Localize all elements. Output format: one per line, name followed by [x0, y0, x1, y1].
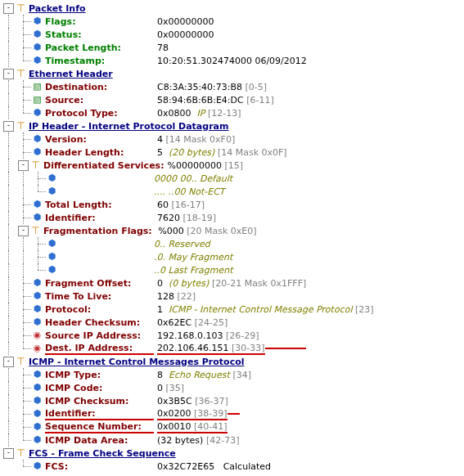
bit-pattern: 0.. [154, 239, 165, 249]
field-value: 10:20:51.302474000 06/09/2012 [157, 56, 307, 66]
field-label: ICMP Type: [45, 370, 154, 380]
field-label: Identifier: [45, 213, 154, 223]
field-decoded: (20 bytes) [169, 147, 214, 158]
struct-icon: ⊤ [29, 159, 42, 172]
field-offset: [18-19] [183, 213, 217, 223]
section-fcs[interactable]: - ⊤ FCS - Frame Check Sequence [2, 447, 464, 460]
field-offset: [20-21 Mask 0x1FFF] [212, 278, 306, 289]
collapse-icon[interactable]: - [3, 3, 14, 14]
field-ip-protocol[interactable]: ⬢ Protocol: 1 ICMP - Internet Control Me… [2, 303, 464, 316]
section-title: ICMP - Internet Control Messages Protoco… [29, 357, 245, 367]
field-ip-fragflags-bit2[interactable]: ⬢ ..0 Last Fragment [2, 263, 464, 276]
field-packet-length[interactable]: ⬢ Packet Length: 78 [2, 41, 464, 54]
field-decoded: (0 bytes) [169, 278, 209, 289]
nic-icon: ▧ [31, 93, 43, 106]
field-offset: [30-33] [232, 343, 265, 355]
field-value: 0x0800 [157, 108, 191, 119]
field-offset: [24-25] [195, 317, 228, 328]
cube-icon: ⬢ [46, 237, 58, 250]
field-ip-dest-ip[interactable]: ◉ Dest. IP Address: 202.106.46.151 [30-3… [2, 342, 464, 355]
field-ip-diffserv-bit1[interactable]: ⬢ .... ..00 Not-ECT [2, 185, 464, 198]
field-label: Destination: [45, 82, 154, 92]
struct-icon: ⊤ [15, 355, 27, 368]
field-icmp-type[interactable]: ⬢ ICMP Type: 8 Echo Request [34] [2, 368, 464, 381]
field-offset: [40-41] [194, 421, 227, 433]
field-icmp-checksum[interactable]: ⬢ ICMP Checksum: 0x3B5C [36-37] [2, 394, 464, 407]
cube-icon: ⬢ [31, 368, 43, 381]
section-title: Packet Info [29, 3, 86, 14]
field-ip-fragflags-bit1[interactable]: ⬢ .0. May Fragment [2, 250, 464, 263]
nic-icon: ▧ [31, 80, 43, 93]
cube-icon: ⬢ [31, 290, 43, 303]
field-value: 192.168.0.103 [157, 330, 223, 341]
field-label: FCS: [45, 461, 154, 472]
cube-icon: ⬢ [31, 316, 43, 329]
field-icmp-code[interactable]: ⬢ ICMP Code: 0 [35] [2, 381, 464, 394]
collapse-icon[interactable]: - [3, 121, 14, 132]
field-offset: [16-17] [172, 200, 205, 210]
bit-pattern: 0000 00.. [154, 173, 196, 184]
field-ip-diffserv[interactable]: - ⊤ Differentiated Services: %00000000 [… [2, 159, 464, 172]
cube-icon: ⬢ [46, 172, 58, 185]
collapse-icon[interactable]: - [18, 226, 29, 236]
field-eth-source[interactable]: ▧ Source: 58:94:6B:6B:E4:DC [6-11] [2, 93, 464, 106]
field-eth-destination[interactable]: ▧ Destination: C8:3A:35:40:73:B8 [0-5] [2, 80, 464, 93]
field-value: C8:3A:35:40:73:B8 [157, 82, 242, 92]
field-label: Sequence Number: [45, 421, 154, 433]
cube-icon: ⬢ [31, 15, 43, 28]
section-ethernet[interactable]: - ⊤ Ethernet Header [2, 67, 464, 80]
field-label: Fragment Offset: [45, 278, 154, 289]
struct-icon: ⊤ [15, 447, 27, 460]
cube-icon: ⬢ [31, 276, 43, 290]
field-fcs[interactable]: ⬢ FCS: 0x32C72E65 Calculated [2, 460, 464, 473]
field-ip-header-checksum[interactable]: ⬢ Header Checksum: 0x62EC [24-25] [2, 316, 464, 329]
section-icmp[interactable]: - ⊤ ICMP - Internet Control Messages Pro… [2, 355, 464, 368]
field-label: ICMP Code: [45, 383, 154, 393]
field-value: 0x0200 [157, 408, 191, 420]
field-decoded: Echo Request [169, 370, 230, 380]
bit-meaning: Not-ECT [188, 186, 225, 197]
field-ip-fragment-offset[interactable]: ⬢ Fragment Offset: 0 (0 bytes) [20-21 Ma… [2, 276, 464, 290]
field-timestamp[interactable]: ⬢ Timestamp: 10:20:51.302474000 06/09/20… [2, 54, 464, 67]
section-packet-info[interactable]: - ⊤ Packet Info [2, 2, 464, 15]
field-label: Header Checksum: [45, 317, 154, 328]
cube-icon: ⬢ [31, 106, 43, 119]
field-ip-ttl[interactable]: ⬢ Time To Live: 128 [22] [2, 290, 464, 303]
field-value: 128 [157, 291, 174, 302]
collapse-icon[interactable]: - [3, 448, 14, 459]
field-ip-source-ip[interactable]: ◉ Source IP Address: 192.168.0.103 [26-2… [2, 329, 464, 342]
field-value: 8 [157, 370, 163, 380]
field-icmp-sequence[interactable]: ⬢ Sequence Number: 0x0010 [40-41] [2, 420, 464, 433]
field-label: Status: [45, 29, 154, 40]
field-ip-diffserv-bit0[interactable]: ⬢ 0000 00.. Default [2, 172, 464, 185]
cube-icon: ⬢ [31, 41, 43, 54]
bit-pattern: ..0 [154, 265, 165, 276]
section-ip-header[interactable]: - ⊤ IP Header - Internet Protocol Datagr… [2, 119, 464, 132]
field-value: 202.106.46.151 [157, 343, 228, 355]
field-ip-version[interactable]: ⬢ Version: 4 [14 Mask 0xF0] [2, 132, 464, 146]
field-ip-fragflags[interactable]: - ⊤ Fragmentation Flags: %000 [20 Mask 0… [2, 224, 464, 237]
field-offset: [42-73] [206, 435, 240, 446]
collapse-icon[interactable]: - [3, 69, 14, 79]
field-label: Timestamp: [45, 56, 154, 66]
field-label: ICMP Checksum: [45, 396, 154, 406]
collapse-icon[interactable]: - [18, 160, 29, 171]
field-icmp-identifier[interactable]: ⬢ Identifier: 0x0200 [38-39] [2, 407, 464, 420]
field-ip-identifier[interactable]: ⬢ Identifier: 7620 [18-19] [2, 211, 464, 224]
field-eth-protocol[interactable]: ⬢ Protocol Type: 0x0800 IP [12-13] [2, 106, 464, 119]
field-icmp-data-area[interactable]: ⬢ ICMP Data Area: (32 bytes) [42-73] [2, 433, 464, 447]
field-ip-header-length[interactable]: ⬢ Header Length: 5 (20 bytes) [14 Mask 0… [2, 146, 464, 159]
field-label: ICMP Data Area: [45, 435, 154, 446]
field-ip-total-length[interactable]: ⬢ Total Length: 60 [16-17] [2, 198, 464, 211]
field-flags[interactable]: ⬢ Flags: 0x00000000 [2, 15, 464, 28]
cube-icon: ⬢ [46, 263, 58, 276]
field-value: 0x00000000 [157, 29, 214, 40]
field-label: Protocol Type: [45, 108, 154, 119]
field-ip-fragflags-bit0[interactable]: ⬢ 0.. Reserved [2, 237, 464, 250]
field-status[interactable]: ⬢ Status: 0x00000000 [2, 28, 464, 41]
field-offset: [20 Mask 0xE0] [187, 226, 256, 236]
field-label: Source: [45, 95, 154, 106]
collapse-icon[interactable]: - [3, 357, 14, 367]
field-value: 0 [157, 278, 163, 289]
ip-icon: ◉ [31, 329, 43, 342]
